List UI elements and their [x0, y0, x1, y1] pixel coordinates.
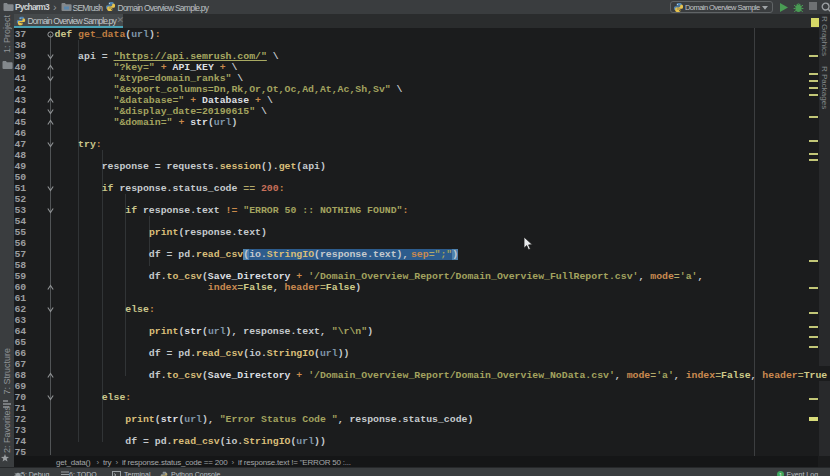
svg-text:1: 1	[779, 471, 782, 476]
